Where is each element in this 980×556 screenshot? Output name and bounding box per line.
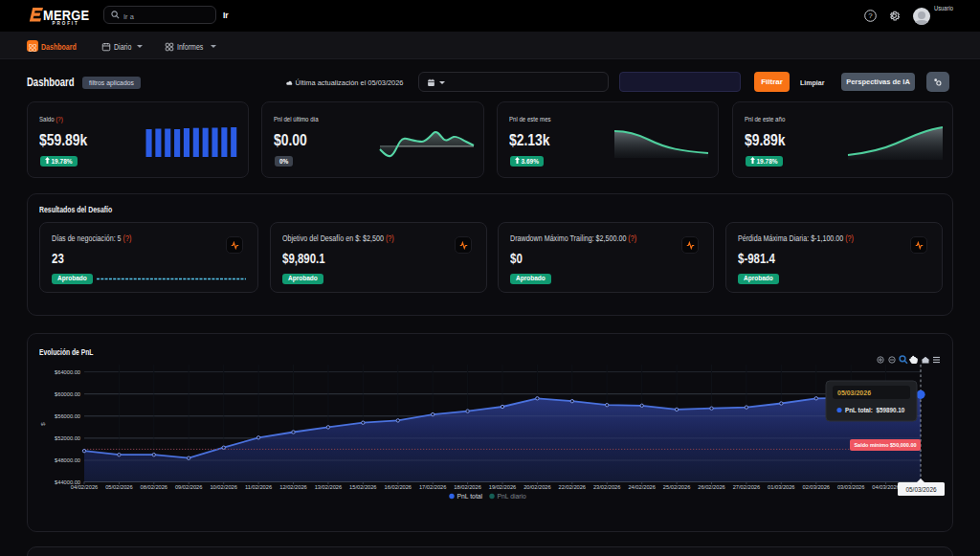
svg-text:?: ? [868, 11, 873, 20]
